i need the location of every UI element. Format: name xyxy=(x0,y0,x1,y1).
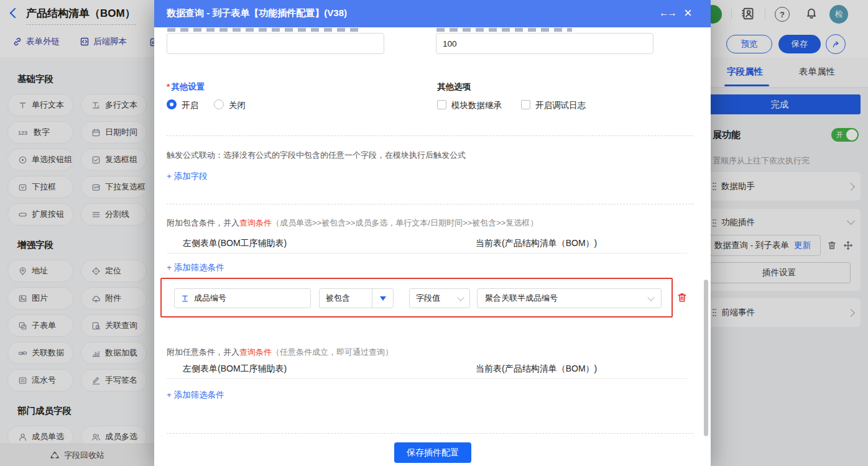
solid-divider xyxy=(167,378,687,379)
include-add-filter-link[interactable]: + 添加筛选条件 xyxy=(167,262,224,273)
condition-field-value: 成品编号 xyxy=(194,293,226,304)
save-plugin-config-button[interactable]: 保存插件配置 xyxy=(394,442,471,463)
checkbox-module-inherit[interactable] xyxy=(437,100,446,109)
clipped-label xyxy=(167,28,361,32)
modal-close-icon[interactable]: × xyxy=(684,5,692,21)
dashed-divider xyxy=(167,433,693,434)
text-field-icon xyxy=(181,295,189,303)
query-condition-link[interactable]: 查询条件 xyxy=(239,218,272,227)
radio-on[interactable] xyxy=(167,99,177,109)
radio-on-label[interactable]: 开启 xyxy=(182,100,198,111)
modal-scrollbar-thumb[interactable] xyxy=(704,280,708,436)
condition-delete-icon[interactable] xyxy=(676,292,688,306)
condition-value: 聚合关联半成品编号 xyxy=(485,293,558,304)
dashed-divider xyxy=(167,135,693,136)
any-current-form-label: 当前表(产品结构清单（BOM）) xyxy=(476,363,597,375)
any-left-form-label: 左侧表单(BOM工序辅助表) xyxy=(183,363,287,375)
include-current-form-label: 当前表(产品结构清单（BOM）) xyxy=(476,238,597,249)
any-condition-title: 附加任意条件，并入查询条件（任意条件成立，即可通过查询） xyxy=(167,347,393,358)
radio-off[interactable] xyxy=(214,99,224,109)
dashed-divider xyxy=(167,204,693,204)
app-root: 产品结构清单（BOM） 表单外链 后端脚本 xyxy=(0,0,868,466)
condition-operator-select[interactable]: 被包含 xyxy=(319,288,394,308)
clipped-label xyxy=(436,28,572,32)
required-mark: * xyxy=(167,82,170,91)
any-add-filter-link[interactable]: + 添加筛选条件 xyxy=(167,390,224,401)
plugin-config-modal: 数据查询 - 到子表单【功能插件配置】(V38) ←→ × *其他设置 其他选项… xyxy=(154,0,711,466)
include-condition-title: 附加包含条件，并入查询条件（成员单选>>被包含>>成员多选，单行文本/日期时间>… xyxy=(167,217,538,229)
checkbox-debug-log[interactable] xyxy=(521,100,530,109)
highlighted-condition-row: 成品编号 被包含 字段值 聚合关联半成品编号 xyxy=(160,278,673,318)
condition-value-select[interactable]: 聚合关联半成品编号 xyxy=(477,288,662,308)
formula-linkage-hint: 触发公式联动：选择没有公式的字段中包含的任意一个字段，在模块执行后触发公式 xyxy=(167,150,466,161)
include-left-form-label: 左侧表单(BOM工序辅助表) xyxy=(183,238,287,249)
add-field-link[interactable]: + 添加字段 xyxy=(167,171,208,182)
solid-divider xyxy=(167,253,687,254)
checkbox-module-inherit-label[interactable]: 模块数据继承 xyxy=(451,100,502,111)
operator-dropdown-button[interactable] xyxy=(372,289,393,308)
blue-caret-icon xyxy=(380,296,386,301)
modal-header: 数据查询 - 到子表单【功能插件配置】(V38) ←→ × xyxy=(154,0,711,27)
modal-title: 数据查询 - 到子表单【功能插件配置】(V38) xyxy=(167,7,347,19)
query-condition-link[interactable]: 查询条件 xyxy=(239,347,272,357)
radio-off-label[interactable]: 关闭 xyxy=(229,100,246,111)
other-settings-label: *其他设置 xyxy=(167,81,205,93)
checkbox-debug-log-label[interactable]: 开启调试日志 xyxy=(535,100,586,111)
condition-operator-value: 被包含 xyxy=(320,293,372,304)
condition-value-type: 字段值 xyxy=(416,293,440,304)
limit-count-input[interactable] xyxy=(436,33,653,54)
chevron-down-icon xyxy=(457,294,464,301)
condition-value-type-select[interactable]: 字段值 xyxy=(409,288,470,308)
other-options-label: 其他选项 xyxy=(437,81,471,93)
config-text-input[interactable] xyxy=(167,33,384,54)
condition-field-select[interactable]: 成品编号 xyxy=(174,288,311,308)
modal-expand-icon[interactable]: ←→ xyxy=(659,7,675,19)
chevron-down-icon xyxy=(647,294,654,301)
